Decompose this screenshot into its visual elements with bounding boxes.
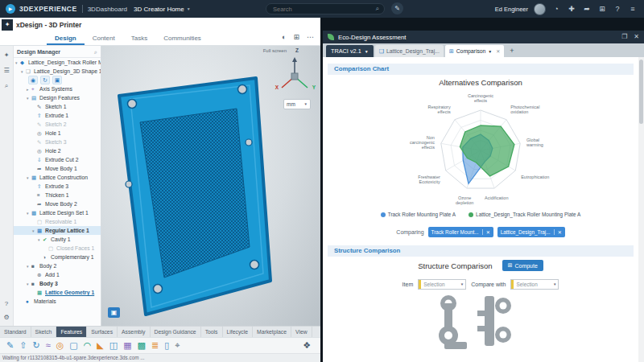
ribbon-tab-sketch[interactable]: Sketch <box>31 327 57 337</box>
app-name-label[interactable]: 3DDashboard <box>88 6 127 13</box>
tab-tasks[interactable]: Tasks <box>123 32 155 45</box>
comparing-chip[interactable]: Track Roller Mount...✕ <box>428 227 493 237</box>
compass-icon[interactable]: ✦ <box>4 52 10 59</box>
tree-item[interactable]: ▸⌖Axis Systems <box>14 84 101 93</box>
chamfer-tool-icon[interactable]: ◣ <box>97 341 103 350</box>
revolve-tool-icon[interactable]: ↻ <box>32 341 39 350</box>
units-dropdown[interactable]: mm ▼ <box>283 99 311 109</box>
method-dropdown[interactable]: TRACI v2.1 ▼ <box>326 45 374 57</box>
ribbon-tab-surfaces[interactable]: Surfaces <box>87 327 118 337</box>
settings-gear-icon[interactable]: ⚙ <box>3 315 9 321</box>
tree-item[interactable]: ⇧Extrude 1 <box>14 111 101 120</box>
compare-with-select[interactable]: Selection ▼ <box>510 279 559 290</box>
window-layout-icon[interactable]: ⊞ <box>293 34 299 41</box>
thicken-tool-icon[interactable]: ≣ <box>151 341 159 350</box>
notifications-bell-icon[interactable]: ◔ <box>551 6 561 13</box>
tree-item[interactable]: ▾❑Lattice_Design_3D Shape 1 <box>14 67 101 76</box>
tree-item[interactable]: ⇧Extrude 3 <box>14 182 101 191</box>
section-comparison-chart[interactable]: Comparison Chart <box>328 64 634 75</box>
ribbon-tab-standard[interactable]: Standard <box>0 327 31 337</box>
tree-item[interactable]: ⇩Extrude Cut 2 <box>14 155 101 164</box>
tree-item[interactable]: ▾◆Lattice_Design_Track Roller Mount... <box>14 58 101 67</box>
ribbon-tab-view[interactable]: View <box>291 327 312 337</box>
isolate-icon[interactable]: ▣ <box>52 76 62 84</box>
more-options-icon[interactable]: ⋯ <box>307 34 314 41</box>
add-tab-button[interactable]: + <box>506 45 518 57</box>
sweep-tool-icon[interactable]: ≈ <box>46 341 51 350</box>
context-label[interactable]: 3D Creator Home <box>134 6 184 13</box>
tree-item[interactable]: ▾■Body 3 <box>14 279 101 288</box>
tree-item[interactable]: ⊕Add 1 <box>14 270 101 279</box>
alternatives-radar-chart[interactable]: CarcinogeniceffectsPhotochemicaloxidatio… <box>376 89 585 210</box>
3ds-logo-icon[interactable]: ▶ <box>6 4 15 14</box>
tab-communities[interactable]: Communities <box>155 32 209 45</box>
help-icon[interactable]: ? <box>613 6 622 13</box>
user-name-label[interactable]: Ed Engineer <box>495 6 528 13</box>
menu-icon[interactable]: ≡ <box>628 6 638 13</box>
view-compass[interactable] <box>274 52 316 94</box>
ribbon-tab-lifecycle[interactable]: Lifecycle <box>223 327 253 337</box>
global-search[interactable]: ⌕ <box>266 3 385 14</box>
tree-item[interactable]: ▾✔Cavity 1 <box>14 235 101 244</box>
chip-remove-icon[interactable]: ✕ <box>482 229 490 235</box>
xdesign-app-icon[interactable]: ✦ <box>2 19 13 31</box>
close-icon[interactable]: ✕ <box>634 34 639 40</box>
tree-item[interactable]: ▢Resolvable 1 <box>14 217 101 226</box>
tree-item[interactable]: ▾■Body 2 <box>14 261 101 270</box>
tree-item[interactable]: ▾▩Lattice Design Set 1 <box>14 208 101 217</box>
user-avatar[interactable] <box>534 3 546 15</box>
add-user-icon[interactable]: ✚ <box>567 6 576 13</box>
tree-item[interactable]: ●Materials <box>14 297 101 306</box>
tree-item[interactable]: ✎Sketch 2 <box>14 120 101 129</box>
display-style-icon[interactable]: ◐ <box>282 34 286 41</box>
tree-item[interactable]: ✎Sketch 3 <box>14 138 101 146</box>
search-icon[interactable]: ⌕ <box>5 83 8 89</box>
tree-item[interactable]: ◎Hole 1 <box>14 129 101 138</box>
render-tools-icon[interactable]: ❖ <box>303 341 311 350</box>
scrollbar[interactable] <box>638 57 644 362</box>
section-structure-comparison[interactable]: Structure Comparison <box>328 245 634 257</box>
tree-item[interactable]: ✎Sketch 1 <box>14 102 101 111</box>
tree-item[interactable]: ➦Move Body 1 <box>14 164 101 173</box>
tab-content[interactable]: Content <box>85 32 123 45</box>
annotate-icon[interactable]: ✎ <box>391 2 403 14</box>
history-tree-icon[interactable]: ☰ <box>3 68 9 74</box>
scrollbar-thumb[interactable] <box>639 60 643 124</box>
close-tab-icon[interactable]: ✕ <box>496 48 500 54</box>
pattern-tool-icon[interactable]: ▦ <box>123 341 131 350</box>
shell-tool-icon[interactable]: ▢ <box>69 341 77 350</box>
visibility-icon[interactable]: ◉ <box>28 76 38 84</box>
search-input[interactable] <box>271 5 376 14</box>
ribbon-tab-marketplace[interactable]: Marketplace <box>253 327 291 337</box>
tree-item[interactable]: ▾▦Regular Lattice 1 <box>14 226 101 235</box>
extrude-tool-icon[interactable]: ⇧ <box>19 341 27 350</box>
3d-viewport[interactable]: Full screen Z X Y mm ▼ ▣ <box>101 46 320 326</box>
search-icon[interactable]: ⌕ <box>376 5 379 13</box>
help-icon[interactable]: ? <box>5 301 8 307</box>
tree-item[interactable]: ≡Thicken 1 <box>14 191 101 200</box>
apps-grid-icon[interactable]: ⊞ <box>597 6 607 13</box>
assistant-icon[interactable]: ▣ <box>108 307 120 318</box>
comparing-chip[interactable]: Lattice_Design_Traj...✕ <box>497 227 565 237</box>
tree-item[interactable]: ▦Lattice Geometry 1 <box>14 288 101 297</box>
tab-design[interactable]: Design <box>47 32 85 45</box>
measure-tool-icon[interactable]: ⌖ <box>175 341 180 350</box>
tab-design-assessment[interactable]: ❑ Lattice_Design_Traj... <box>375 45 444 57</box>
share-icon[interactable]: ➦ <box>582 6 592 13</box>
chip-remove-icon[interactable]: ✕ <box>554 229 562 235</box>
tree-item[interactable]: ◑Complementary 1 <box>14 253 101 261</box>
tree-item[interactable]: ➦Move Body 2 <box>14 200 101 208</box>
fillet-tool-icon[interactable]: ◠ <box>84 341 92 350</box>
ribbon-tab-design-guidance[interactable]: Design Guidance <box>151 327 201 337</box>
sketch-tool-icon[interactable]: ✎ <box>6 341 14 350</box>
item-select[interactable]: Selection ▼ <box>418 279 466 290</box>
tree-item[interactable]: ▢Closed Faces 1 <box>14 244 101 253</box>
tree-item[interactable]: ▾▤Design Features <box>14 93 101 102</box>
ribbon-tab-features[interactable]: Features <box>56 327 87 337</box>
update-icon[interactable]: ↻ <box>40 76 50 84</box>
chevron-down-icon[interactable]: ▼ <box>488 49 492 54</box>
tree-item[interactable]: ▾▦Lattice Construction <box>14 173 101 182</box>
ribbon-tab-tools[interactable]: Tools <box>201 327 223 337</box>
tree-search-icon[interactable]: ⌕ <box>94 49 97 56</box>
hole-tool-icon[interactable]: ◎ <box>56 341 64 350</box>
